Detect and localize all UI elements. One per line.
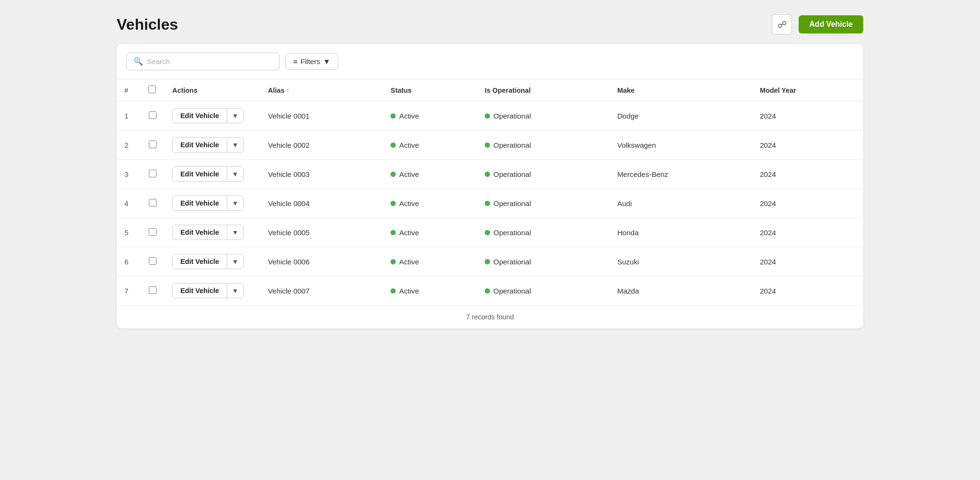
action-btn-group-2: Edit Vehicle ▼	[172, 137, 244, 153]
operational-label-2: Operational	[493, 141, 531, 149]
operational-label-3: Operational	[493, 170, 531, 178]
operational-green-dot-2	[485, 142, 490, 148]
row-actions-3: Edit Vehicle ▼	[165, 160, 260, 189]
table-row: 3 Edit Vehicle ▼ Vehicle 0003 Active	[117, 160, 863, 189]
row-is-operational-7: Operational	[477, 276, 610, 305]
status-green-dot-3	[390, 172, 396, 177]
row-is-operational-6: Operational	[477, 247, 610, 276]
operational-green-dot-6	[485, 259, 490, 264]
status-green-dot-7	[390, 288, 396, 294]
header-right: ⇧ ☍ Add Vehicle	[772, 14, 863, 34]
operational-green-dot-5	[485, 230, 490, 235]
operational-dot-wrapper-7: Operational	[485, 287, 531, 295]
status-dot-wrapper-3: Active	[390, 170, 419, 178]
edit-vehicle-dropdown-2[interactable]: ▼	[227, 138, 243, 152]
row-model-year-1: 2024	[752, 101, 863, 131]
row-status-3: Active	[383, 160, 477, 189]
row-is-operational-5: Operational	[477, 218, 610, 247]
edit-vehicle-button-5[interactable]: Edit Vehicle	[173, 225, 227, 240]
chevron-down-icon: ▼	[323, 57, 330, 65]
col-header-make: Make	[610, 79, 752, 101]
row-is-operational-4: Operational	[477, 189, 610, 218]
row-status-7: Active	[383, 276, 477, 305]
row-status-4: Active	[383, 189, 477, 218]
row-select-checkbox-6[interactable]	[149, 257, 156, 265]
operational-label-6: Operational	[493, 258, 531, 266]
row-make-3: Mercedes-Benz	[610, 160, 752, 189]
edit-vehicle-button-6[interactable]: Edit Vehicle	[173, 254, 227, 269]
row-alias-3: Vehicle 0003	[260, 160, 383, 189]
col-header-hash: #	[117, 79, 141, 101]
operational-dot-wrapper-2: Operational	[485, 141, 531, 149]
col-header-status: Status	[383, 79, 477, 101]
chevron-down-icon-5: ▼	[232, 229, 238, 236]
vehicles-table: # Actions Alias ↑ Status Is Operational …	[117, 79, 863, 305]
edit-vehicle-dropdown-4[interactable]: ▼	[227, 196, 243, 210]
row-actions-4: Edit Vehicle ▼	[165, 189, 260, 218]
operational-green-dot-4	[485, 201, 490, 206]
row-is-operational-3: Operational	[477, 160, 610, 189]
status-dot-wrapper-1: Active	[390, 112, 419, 120]
row-checkbox-3	[141, 160, 165, 189]
row-is-operational-2: Operational	[477, 131, 610, 160]
edit-vehicle-button-3[interactable]: Edit Vehicle	[173, 167, 227, 181]
row-model-year-2: 2024	[752, 131, 863, 160]
sort-arrow-icon[interactable]: ↑	[286, 87, 289, 94]
edit-vehicle-dropdown-6[interactable]: ▼	[227, 254, 243, 269]
alias-label: Alias	[268, 87, 284, 94]
row-model-year-6: 2024	[752, 247, 863, 276]
table-footer: 7 records found	[117, 305, 863, 328]
row-model-year-3: 2024	[752, 160, 863, 189]
edit-vehicle-button-1[interactable]: Edit Vehicle	[173, 109, 227, 123]
row-select-checkbox-1[interactable]	[149, 111, 156, 119]
row-num-5: 5	[117, 218, 141, 247]
add-vehicle-button[interactable]: Add Vehicle	[799, 15, 863, 33]
status-label-5: Active	[399, 229, 419, 237]
row-select-checkbox-4[interactable]	[149, 199, 156, 207]
row-select-checkbox-3[interactable]	[149, 170, 156, 177]
edit-vehicle-dropdown-1[interactable]: ▼	[227, 109, 243, 123]
filters-button[interactable]: ≡ Filters ▼	[285, 53, 338, 70]
row-status-5: Active	[383, 218, 477, 247]
status-label-1: Active	[399, 112, 419, 120]
row-actions-1: Edit Vehicle ▼	[165, 101, 260, 131]
status-dot-wrapper-4: Active	[390, 199, 419, 207]
row-select-checkbox-2[interactable]	[149, 141, 156, 148]
row-checkbox-7	[141, 276, 165, 305]
row-num-4: 4	[117, 189, 141, 218]
edit-vehicle-button-2[interactable]: Edit Vehicle	[173, 138, 227, 152]
col-header-is-operational: Is Operational	[477, 79, 610, 101]
action-btn-group-7: Edit Vehicle ▼	[172, 283, 244, 298]
operational-dot-wrapper-1: Operational	[485, 112, 531, 120]
row-make-6: Suzuki	[610, 247, 752, 276]
edit-vehicle-dropdown-5[interactable]: ▼	[227, 225, 243, 240]
page-title: Vehicles	[117, 16, 178, 33]
edit-vehicle-button-4[interactable]: Edit Vehicle	[173, 196, 227, 210]
map-icon-button[interactable]: ☍	[772, 14, 792, 34]
edit-vehicle-dropdown-3[interactable]: ▼	[227, 167, 243, 181]
row-num-3: 3	[117, 160, 141, 189]
row-actions-7: Edit Vehicle ▼	[165, 276, 260, 305]
row-actions-5: Edit Vehicle ▼	[165, 218, 260, 247]
status-label-4: Active	[399, 199, 419, 207]
table-row: 6 Edit Vehicle ▼ Vehicle 0006 Active	[117, 247, 863, 276]
search-wrapper: 🔍	[126, 53, 279, 70]
row-alias-2: Vehicle 0002	[260, 131, 383, 160]
edit-vehicle-dropdown-7[interactable]: ▼	[227, 284, 243, 298]
row-make-4: Audi	[610, 189, 752, 218]
row-select-checkbox-5[interactable]	[149, 228, 156, 236]
status-green-dot-5	[390, 230, 396, 235]
filters-label: Filters	[301, 57, 320, 65]
row-make-5: Honda	[610, 218, 752, 247]
edit-vehicle-button-7[interactable]: Edit Vehicle	[173, 284, 227, 298]
search-input[interactable]	[147, 57, 272, 65]
operational-dot-wrapper-4: Operational	[485, 199, 531, 207]
map-icon: ☍	[778, 19, 787, 30]
row-alias-6: Vehicle 0006	[260, 247, 383, 276]
row-alias-4: Vehicle 0004	[260, 189, 383, 218]
row-actions-2: Edit Vehicle ▼	[165, 131, 260, 160]
row-select-checkbox-7[interactable]	[149, 286, 156, 294]
action-btn-group-1: Edit Vehicle ▼	[172, 108, 244, 123]
operational-green-dot-7	[485, 288, 490, 294]
select-all-checkbox[interactable]	[148, 86, 156, 93]
